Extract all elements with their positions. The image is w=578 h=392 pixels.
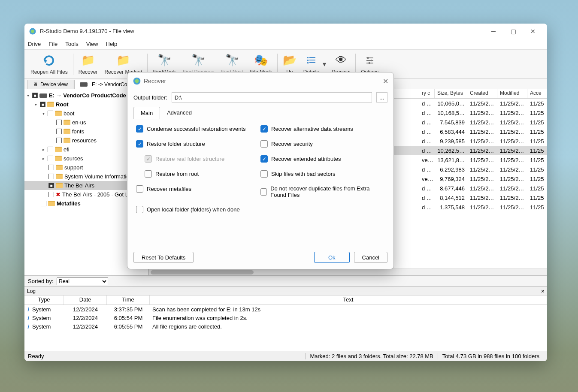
output-folder-input[interactable] (172, 92, 372, 103)
browse-button[interactable]: … (376, 92, 387, 103)
folder-up-icon: 📂 (283, 54, 297, 67)
opt-restore-structure[interactable]: ✓Restore folder structure (136, 140, 260, 148)
svg-rect-8 (367, 57, 369, 59)
tab-device-view[interactable]: 🖥Device view (27, 80, 73, 89)
checkbox-icon[interactable]: ✓ (136, 125, 143, 133)
menu-file[interactable]: File (48, 41, 57, 47)
maximize-button[interactable]: ▢ (503, 24, 523, 38)
log-row[interactable]: iSystem12/2/20246:05:55 PMAll file regio… (24, 322, 547, 331)
app-icon (29, 27, 36, 35)
checkbox-icon[interactable] (260, 170, 268, 178)
menu-help[interactable]: Help (106, 41, 118, 47)
details-dropdown-icon[interactable]: ▾ (323, 60, 329, 68)
opt-from-root[interactable]: Restore from root (145, 170, 260, 178)
recover-button[interactable]: 📁Recover (75, 51, 101, 78)
col-created[interactable]: Created (467, 89, 497, 98)
sort-bar: Sorted by: Real (24, 275, 547, 286)
opt-no-dup[interactable]: Do not recover duplicate files from Extr… (260, 185, 385, 198)
col-accessed[interactable]: Acce (527, 89, 546, 98)
checkbox[interactable] (56, 120, 62, 125)
tab-advanced[interactable]: Advanced (160, 107, 199, 119)
checkbox[interactable] (56, 138, 62, 143)
checkbox-icon[interactable] (145, 170, 152, 178)
col-size[interactable]: Size, Bytes (435, 89, 467, 98)
reopen-button[interactable]: Reopen All Files (27, 51, 71, 78)
folder-icon (64, 129, 70, 134)
log-columns: Type Date Time Text (24, 296, 547, 305)
opt-skip-bad[interactable]: Skip files with bad sectors (260, 170, 385, 178)
menubar: Drive File Tools View Help (24, 39, 547, 50)
opt-open-local[interactable]: Open local folder (folders) when done (136, 206, 240, 213)
log-col-time[interactable]: Time (107, 296, 150, 305)
log-row[interactable]: iSystem12/2/20246:05:54 PMFile enumerati… (24, 314, 547, 322)
log-col-type[interactable]: Type (24, 296, 64, 305)
log-panel: Log× Type Date Time Text iSystem12/2/202… (24, 286, 547, 351)
checkbox[interactable] (56, 129, 62, 134)
col-modified[interactable]: Modified (497, 89, 527, 98)
opt-metafiles[interactable]: Recover metafiles (136, 185, 260, 193)
checkbox[interactable] (48, 165, 54, 170)
opt-condense[interactable]: ✓Condense successful restoration events (136, 125, 260, 133)
statusbar: Ready Marked: 2 files and 3 folders. Tot… (24, 351, 547, 361)
col-recovery[interactable]: ry c (419, 89, 435, 98)
close-button[interactable]: ✕ (523, 24, 543, 38)
scrollbar-thumb[interactable] (151, 270, 254, 274)
log-col-date[interactable]: Date (64, 296, 107, 305)
log-close-icon[interactable]: × (541, 288, 545, 295)
checkbox[interactable] (48, 192, 54, 197)
checkbox[interactable]: ■ (32, 93, 38, 98)
checkbox-icon[interactable] (260, 188, 267, 196)
reset-defaults-button[interactable]: Reset To Defaults (133, 252, 194, 263)
folder-plus-icon: 📁 (81, 54, 95, 67)
sort-select[interactable]: Real (57, 277, 108, 285)
tab-main[interactable]: Main (133, 107, 160, 119)
opt-real-structure: ✓Restore real folder structure (145, 155, 260, 163)
list-icon (304, 54, 318, 67)
menu-drive[interactable]: Drive (28, 41, 41, 47)
minimize-button[interactable]: ─ (484, 24, 503, 38)
checkbox[interactable]: ■ (40, 102, 45, 107)
svg-rect-5 (309, 60, 315, 60)
menu-tools[interactable]: Tools (65, 41, 78, 47)
checkbox[interactable] (48, 147, 53, 152)
checkbox-icon[interactable] (136, 206, 143, 213)
refresh-icon (42, 54, 56, 67)
sort-label: Sorted by: (28, 278, 53, 284)
drive-icon (80, 82, 88, 87)
folder-icon (56, 165, 63, 170)
cancel-button[interactable]: Cancel (354, 252, 387, 263)
status-ready: Ready (28, 353, 44, 359)
checkbox[interactable] (41, 201, 46, 206)
folder-icon (64, 120, 70, 125)
folder-icon (55, 111, 62, 116)
log-col-text[interactable]: Text (150, 296, 547, 305)
checkbox[interactable]: ■ (48, 183, 54, 188)
dialog-title: Recover (144, 78, 166, 84)
dialog-close-icon[interactable]: ✕ (383, 77, 388, 85)
opt-security[interactable]: Recover security (260, 140, 385, 148)
opt-ext-attributes[interactable]: ✓Recover extended attributes (260, 155, 385, 163)
app-icon (133, 77, 141, 85)
binoculars-next-icon: 🔭 (225, 54, 239, 67)
svg-rect-6 (307, 62, 309, 63)
checkbox-icon[interactable]: ✓ (260, 125, 268, 133)
log-row[interactable]: iSystem12/2/20243:37:35 PMScan has been … (24, 305, 547, 314)
status-marked: Marked: 2 files and 3 folders. Total siz… (305, 353, 437, 359)
checkbox-icon[interactable]: ✓ (136, 140, 143, 148)
checkbox[interactable] (48, 111, 53, 116)
ok-button[interactable]: Ok (314, 252, 350, 263)
checkbox-icon[interactable] (136, 185, 143, 193)
opt-alt-streams[interactable]: ✓Recover alternative data streams (260, 125, 385, 133)
svg-rect-10 (369, 62, 370, 64)
titlebar: R-Studio Demo 9.4.191370 - File view ─ ▢… (24, 24, 547, 39)
folder-icon (56, 174, 63, 179)
mask-icon: 🎭 (254, 54, 268, 67)
deleted-folder-icon: ✖ (56, 191, 61, 198)
svg-rect-7 (309, 62, 315, 63)
horizontal-scrollbar[interactable] (149, 268, 547, 275)
checkbox[interactable] (48, 174, 54, 179)
checkbox[interactable] (48, 156, 53, 161)
menu-view[interactable]: View (86, 41, 98, 47)
checkbox-icon[interactable]: ✓ (260, 155, 268, 163)
checkbox-icon[interactable] (260, 140, 268, 148)
